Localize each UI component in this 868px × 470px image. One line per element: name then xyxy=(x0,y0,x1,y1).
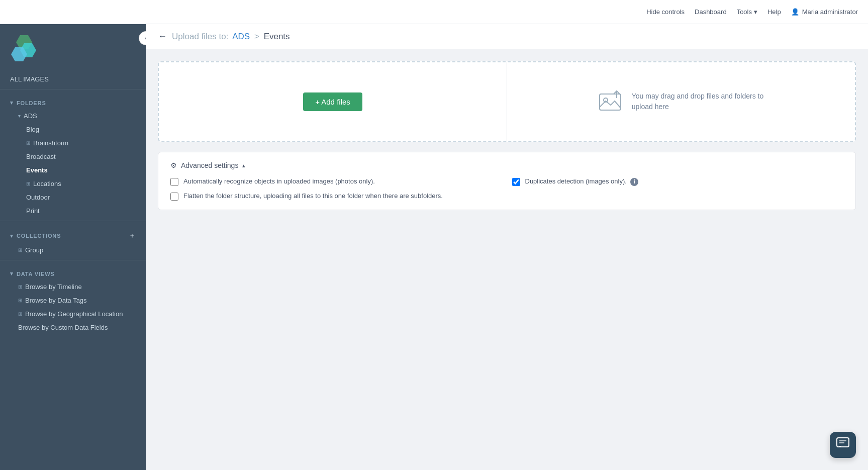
all-images-label: ALL IMAGES xyxy=(10,75,49,83)
browse-geo-label: Browse by Geographical Location xyxy=(25,310,123,318)
browse-data-tags-label: Browse by Data Tags xyxy=(25,297,87,304)
topbar: Hide controls Dashboard Tools ▾ Help 👤 M… xyxy=(0,0,868,24)
tools-label: Tools xyxy=(737,8,752,16)
sidebar-item-brainshtorm[interactable]: ⊞ Brainshtorm xyxy=(0,136,146,150)
drag-drop-line1: You may drag and drop files and folders … xyxy=(632,92,764,100)
locations-expand-icon: ⊞ xyxy=(26,181,30,186)
divider-3 xyxy=(0,260,146,260)
upload-area-wrapper: + Add files You may dra xyxy=(146,49,868,470)
folders-chevron-icon: ▾ xyxy=(10,100,14,106)
checkbox-flatten-label: Flatten the folder structure, uploading … xyxy=(183,192,443,200)
collections-section-label: ▾ COLLECTIONS xyxy=(10,233,61,239)
path-ads-link[interactable]: ADS xyxy=(232,32,250,41)
upload-left-panel: + Add files xyxy=(159,62,507,141)
group-label: Group xyxy=(25,246,43,254)
data-views-section-label: ▾ DATA VIEWS xyxy=(10,270,55,277)
page-title: Upload files to: ADS > Events xyxy=(172,32,290,42)
sidebar-item-blog[interactable]: Blog xyxy=(0,123,146,136)
path-events: Events xyxy=(264,32,290,41)
locations-label: Locations xyxy=(33,180,61,187)
upload-icon-area xyxy=(599,90,625,113)
checkbox-auto-recognize-row: Automatically recognize objects in uploa… xyxy=(170,177,502,186)
sidebar-item-locations[interactable]: ⊞ Locations xyxy=(0,177,146,191)
tools-menu[interactable]: Tools ▾ xyxy=(737,8,757,16)
checkbox-auto-recognize-label: Automatically recognize objects in uploa… xyxy=(183,177,375,185)
user-menu[interactable]: 👤 Maria administrator xyxy=(791,8,858,16)
help-link[interactable]: Help xyxy=(767,8,781,16)
collections-chevron-icon: ▾ xyxy=(10,233,14,239)
drag-drop-line2: upload here xyxy=(632,103,669,111)
print-label: Print xyxy=(26,207,40,215)
advanced-settings-section: ⚙ Advanced settings ▴ Automatically reco… xyxy=(158,152,856,210)
app-logo xyxy=(10,33,42,65)
data-views-chevron-icon: ▾ xyxy=(10,270,14,277)
sidebar-item-all-images[interactable]: ALL IMAGES xyxy=(0,72,146,86)
checkbox-duplicates[interactable] xyxy=(512,178,520,186)
path-separator: > xyxy=(254,32,259,41)
checkbox-flatten[interactable] xyxy=(170,193,178,201)
hide-controls-link[interactable]: Hide controls xyxy=(646,8,685,16)
browse-geo-expand-icon: ⊞ xyxy=(18,311,22,317)
svg-rect-6 xyxy=(837,438,849,447)
collections-add-icon[interactable]: ＋ xyxy=(129,231,136,240)
advanced-settings-header[interactable]: ⚙ Advanced settings ▴ xyxy=(170,161,843,169)
folders-header: ▾ FOLDERS xyxy=(0,92,146,109)
sidebar-logo xyxy=(0,24,146,72)
dashboard-link[interactable]: Dashboard xyxy=(695,8,727,16)
advanced-options: Automatically recognize objects in uploa… xyxy=(170,177,843,201)
page-header: ← Upload files to: ADS > Events xyxy=(146,24,868,49)
chat-icon xyxy=(836,437,849,452)
app-body: ‹ ALL IMAGES ▾ FOLDERS ▾ ADS Blog ⊞ Brai… xyxy=(0,24,868,470)
browse-custom-label: Browse by Custom Data Fields xyxy=(18,324,108,331)
sidebar-item-ads[interactable]: ▾ ADS xyxy=(0,109,146,123)
upload-hint-text: You may drag and drop files and folders … xyxy=(632,91,764,112)
sidebar-item-outdoor[interactable]: Outdoor xyxy=(0,191,146,204)
collections-header: ▾ COLLECTIONS ＋ xyxy=(0,224,146,243)
sidebar: ‹ ALL IMAGES ▾ FOLDERS ▾ ADS Blog ⊞ Brai… xyxy=(0,24,146,470)
sidebar-item-broadcast[interactable]: Broadcast xyxy=(0,150,146,163)
chat-button[interactable] xyxy=(830,432,856,458)
back-button[interactable]: ← xyxy=(158,31,167,42)
data-views-header: ▾ DATA VIEWS xyxy=(0,263,146,280)
ads-collapse-icon: ▾ xyxy=(18,113,21,119)
events-label: Events xyxy=(26,166,48,174)
main-content: ← Upload files to: ADS > Events + Add fi… xyxy=(146,24,868,470)
browse-timeline-label: Browse by Timeline xyxy=(25,283,82,291)
sidebar-item-browse-custom[interactable]: Browse by Custom Data Fields xyxy=(0,321,146,334)
svg-rect-3 xyxy=(600,94,621,110)
browse-timeline-expand-icon: ⊞ xyxy=(18,284,22,290)
tools-chevron-icon: ▾ xyxy=(754,8,757,16)
sidebar-item-browse-timeline[interactable]: ⊞ Browse by Timeline xyxy=(0,280,146,294)
upload-image-icon xyxy=(599,90,625,113)
advanced-chevron-icon: ▴ xyxy=(242,162,245,169)
brainshtorm-label: Brainshtorm xyxy=(33,139,68,147)
upload-drop-zone[interactable]: + Add files You may dra xyxy=(158,61,856,142)
broadcast-label: Broadcast xyxy=(26,153,56,160)
blog-label: Blog xyxy=(26,126,39,133)
add-files-button[interactable]: + Add files xyxy=(303,92,362,111)
sidebar-item-browse-data-tags[interactable]: ⊞ Browse by Data Tags xyxy=(0,294,146,307)
advanced-settings-label: Advanced settings xyxy=(181,161,238,169)
sidebar-item-group[interactable]: ⊞ Group xyxy=(0,243,146,257)
upload-right-panel: You may drag and drop files and folders … xyxy=(507,62,855,141)
outdoor-label: Outdoor xyxy=(26,194,50,201)
checkbox-flatten-row: Flatten the folder structure, uploading … xyxy=(170,192,843,201)
checkbox-auto-recognize[interactable] xyxy=(170,178,178,186)
sidebar-item-print[interactable]: Print xyxy=(0,204,146,218)
divider-2 xyxy=(0,221,146,221)
sidebar-item-events[interactable]: Events xyxy=(0,163,146,177)
group-expand-icon: ⊞ xyxy=(18,247,22,253)
sidebar-item-browse-geo[interactable]: ⊞ Browse by Geographical Location xyxy=(0,307,146,321)
browse-data-tags-expand-icon: ⊞ xyxy=(18,298,22,303)
info-icon[interactable]: i xyxy=(630,178,638,186)
user-icon: 👤 xyxy=(791,8,799,16)
collapse-icon: ‹ xyxy=(145,35,146,42)
gear-icon: ⚙ xyxy=(170,161,177,169)
ads-label: ADS xyxy=(24,112,37,120)
checkbox-duplicates-label: Duplicates detection (images only). i xyxy=(525,177,639,186)
upload-label: Upload files to: xyxy=(172,32,228,41)
checkbox-columns: Automatically recognize objects in uploa… xyxy=(170,177,843,186)
checkbox-duplicates-row: Duplicates detection (images only). i xyxy=(512,177,844,186)
brainshtorm-expand-icon: ⊞ xyxy=(26,140,30,146)
user-label: Maria administrator xyxy=(802,8,858,16)
